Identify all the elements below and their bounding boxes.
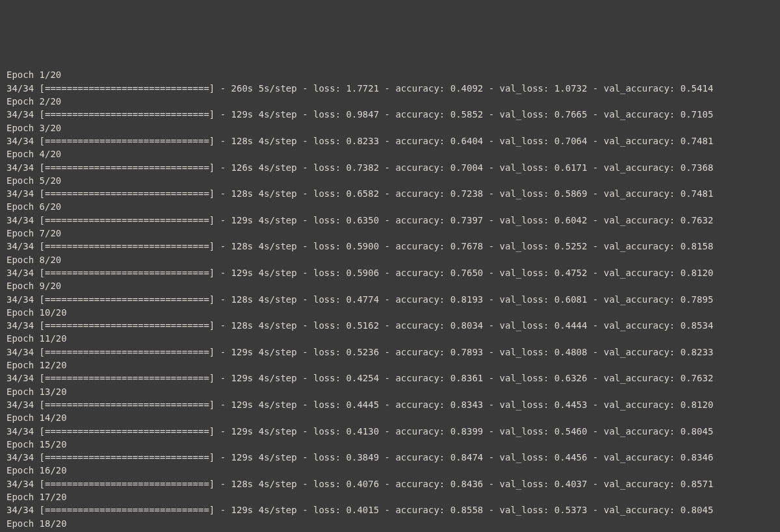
epoch-header: Epoch 15/20 (6, 438, 775, 451)
epoch-header: Epoch 1/20 (6, 68, 775, 81)
epoch-header: Epoch 8/20 (6, 253, 775, 266)
epoch-header: Epoch 12/20 (6, 359, 775, 372)
epoch-metrics-line: 34/34 [==============================] -… (6, 161, 775, 174)
epoch-metrics-line: 34/34 [==============================] -… (6, 240, 775, 253)
epoch-metrics-line: 34/34 [==============================] -… (6, 372, 775, 385)
epoch-header: Epoch 5/20 (6, 174, 775, 187)
epoch-header: Epoch 9/20 (6, 279, 775, 292)
epoch-header: Epoch 14/20 (6, 411, 775, 424)
epoch-header: Epoch 17/20 (6, 490, 775, 503)
epoch-metrics-line: 34/34 [==============================] -… (6, 425, 775, 438)
epoch-header: Epoch 6/20 (6, 200, 775, 213)
epoch-metrics-line: 34/34 [==============================] -… (6, 266, 775, 279)
epoch-metrics-line: 34/34 [==============================] -… (6, 187, 775, 200)
epoch-header: Epoch 11/20 (6, 332, 775, 345)
epoch-header: Epoch 10/20 (6, 306, 775, 319)
epoch-metrics-line: 34/34 [==============================] -… (6, 214, 775, 227)
epoch-header: Epoch 2/20 (6, 95, 775, 108)
epoch-header: Epoch 18/20 (6, 517, 775, 530)
training-log-terminal: Epoch 1/2034/34 [=======================… (0, 66, 780, 532)
epoch-metrics-line: 34/34 [==============================] -… (6, 134, 775, 147)
epoch-header: Epoch 16/20 (6, 464, 775, 477)
epoch-header: Epoch 13/20 (6, 385, 775, 398)
epoch-metrics-line: 34/34 [==============================] -… (6, 346, 775, 359)
epoch-header: Epoch 3/20 (6, 121, 775, 134)
epoch-metrics-line: 34/34 [==============================] -… (6, 503, 775, 516)
epoch-metrics-line: 34/34 [==============================] -… (6, 319, 775, 332)
epoch-metrics-line: 34/34 [==============================] -… (6, 451, 775, 464)
epoch-metrics-line: 34/34 [==============================] -… (6, 398, 775, 411)
epoch-metrics-line: 34/34 [==============================] -… (6, 293, 775, 306)
epoch-metrics-line: 34/34 [==============================] -… (6, 82, 775, 95)
epoch-metrics-line: 34/34 [==============================] -… (6, 108, 775, 121)
epoch-header: Epoch 4/20 (6, 147, 775, 160)
epoch-metrics-line: 34/34 [==============================] -… (6, 477, 775, 490)
epoch-header: Epoch 7/20 (6, 227, 775, 240)
